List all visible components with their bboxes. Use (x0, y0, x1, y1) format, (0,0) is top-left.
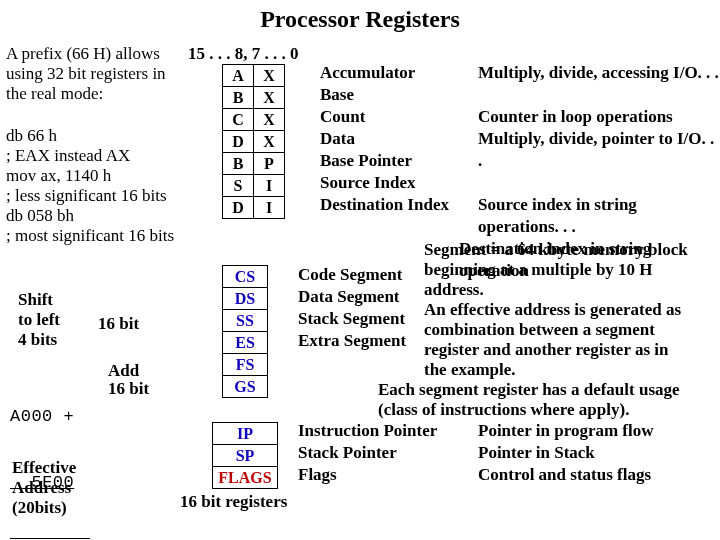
text: the real mode: (6, 84, 166, 104)
misc-register-table: IP SP FLAGS (212, 422, 278, 489)
cell: X (254, 87, 285, 109)
text: Counter in loop operations (478, 106, 720, 128)
text: 16 bit (108, 380, 149, 398)
text: Count (320, 106, 449, 128)
text: Source Index (320, 172, 449, 194)
cell: B (223, 153, 254, 175)
cell: S (223, 175, 254, 197)
text: (20bits) (12, 498, 76, 518)
text: register and another register as in (424, 340, 688, 360)
segment-paragraph-2: Each segment register has a default usag… (378, 380, 680, 420)
prefix-note: A prefix (66 H) allows using 32 bit regi… (6, 44, 166, 104)
text: Pointer in Stack (478, 442, 654, 464)
cell: D (223, 131, 254, 153)
text: beginning at a multiple by 10 H (424, 260, 688, 280)
text: mov ax, 1140 h (6, 166, 174, 186)
text: to left (18, 310, 60, 330)
cell: I (254, 175, 285, 197)
misc-descriptions: Instruction Pointer Stack Pointer Flags (298, 420, 437, 486)
text: (class of instructions where apply). (378, 400, 680, 420)
cell: X (254, 131, 285, 153)
text: 4 bits (18, 330, 60, 350)
text: Accumulator (320, 62, 449, 84)
cell: P (254, 153, 285, 175)
text: Stack Segment (298, 308, 406, 330)
text: db 66 h (6, 126, 174, 146)
cell: ES (223, 332, 268, 354)
cell: X (254, 65, 285, 87)
asm-block: db 66 h ; EAX instead AX mov ax, 1140 h … (6, 126, 174, 246)
page-title: Processor Registers (0, 0, 720, 33)
text: Base Pointer (320, 150, 449, 172)
text: address. (424, 280, 688, 300)
text: Add (108, 362, 149, 380)
text: Shift (18, 290, 60, 310)
add-note: Add 16 bit (108, 362, 149, 398)
text: Extra Segment (298, 330, 406, 352)
cell: C (223, 109, 254, 131)
cell: SS (223, 310, 268, 332)
effective-address: Effective Address (20bits) (12, 458, 76, 518)
cell: GS (223, 376, 268, 398)
text: Pointer in program flow (478, 420, 654, 442)
gp-descriptions: Accumulator Base Count Data Base Pointer… (320, 62, 449, 216)
text: Data (320, 128, 449, 150)
text: Address (12, 478, 76, 498)
text: Multiply, divide, pointer to I/O. . . (478, 128, 720, 172)
text: A000 + (10, 406, 90, 428)
bottom-label: 16 bit registers (180, 492, 287, 512)
text: Multiply, divide, accessing I/O. . . (478, 62, 720, 84)
text: the example. (424, 360, 688, 380)
text: Instruction Pointer (298, 420, 437, 442)
text: Each segment register has a default usag… (378, 380, 680, 400)
text: Segment = a 64 kbyte memory block (424, 240, 688, 260)
segment-register-table: CS DS SS ES FS GS (222, 265, 268, 398)
text: Flags (298, 464, 437, 486)
text: ; less significant 16 bits (6, 186, 174, 206)
segment-paragraph: Segment = a 64 kbyte memory block beginn… (424, 240, 688, 380)
cell: B (223, 87, 254, 109)
cell: DS (223, 288, 268, 310)
bit-range-label: 15 . . . 8, 7 . . . 0 (188, 44, 299, 64)
text: Code Segment (298, 264, 406, 286)
cell: IP (213, 423, 278, 445)
cell: CS (223, 266, 268, 288)
cell: FS (223, 354, 268, 376)
text: ; EAX instead AX (6, 146, 174, 166)
segment-descriptions: Code Segment Data Segment Stack Segment … (298, 264, 406, 352)
cell: SP (213, 445, 278, 467)
cell: D (223, 197, 254, 219)
cell: I (254, 197, 285, 219)
text: db 058 bh (6, 206, 174, 226)
text: Base (320, 84, 449, 106)
text: An effective address is generated as (424, 300, 688, 320)
text: Source index in string operations. . . (478, 194, 720, 238)
text: using 32 bit registers in (6, 64, 166, 84)
text: Destination Index (320, 194, 449, 216)
cell: FLAGS (213, 467, 278, 489)
cell: X (254, 109, 285, 131)
misc-right-notes: Pointer in program flow Pointer in Stack… (478, 420, 654, 486)
shift-note: Shift to left 4 bits (18, 290, 60, 350)
gp-register-table: AX BX CX DX BP SI DI (222, 64, 285, 219)
cell: A (223, 65, 254, 87)
text: combination between a segment (424, 320, 688, 340)
text: ; most significant 16 bits (6, 226, 174, 246)
shift-16bit: 16 bit (98, 314, 139, 334)
text: Control and status flags (478, 464, 654, 486)
text: A prefix (66 H) allows (6, 44, 166, 64)
text: Stack Pointer (298, 442, 437, 464)
text: Effective (12, 458, 76, 478)
text: Data Segment (298, 286, 406, 308)
